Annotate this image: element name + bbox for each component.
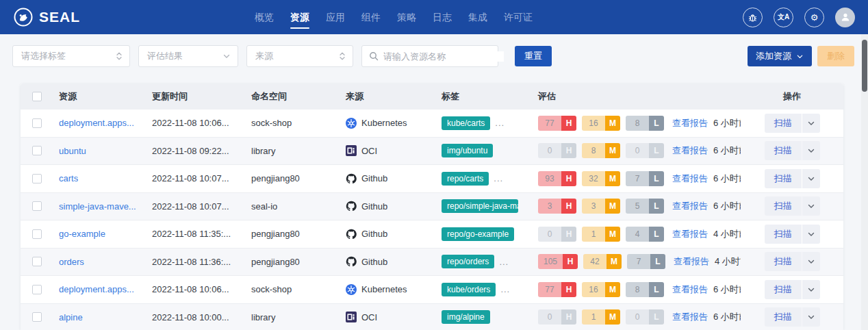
- report-age: 6 小时前: [713, 117, 741, 129]
- scan-dropdown-button[interactable]: [802, 307, 820, 327]
- nav-item-2[interactable]: 应用: [326, 0, 345, 34]
- low-severity-chip: 8L: [626, 116, 664, 131]
- scan-dropdown-button[interactable]: [802, 225, 820, 244]
- view-report-link[interactable]: 查看报告: [672, 228, 708, 240]
- reset-button[interactable]: 重置: [515, 46, 552, 66]
- medium-letter: M: [605, 143, 620, 158]
- github-icon: [346, 173, 357, 184]
- resource-link[interactable]: deployment.apps...: [59, 284, 134, 294]
- scan-dropdown-button[interactable]: [802, 196, 820, 216]
- scan-dropdown-button[interactable]: [802, 252, 820, 271]
- source-label: Github: [361, 173, 387, 183]
- low-count: 4: [626, 227, 649, 242]
- view-report-link[interactable]: 查看报告: [672, 117, 708, 129]
- row-checkbox[interactable]: [32, 174, 42, 183]
- chevron-down-icon: [222, 52, 231, 60]
- column-header-actions: 操作: [741, 90, 843, 103]
- bug-report-icon[interactable]: [743, 8, 763, 27]
- nav-item-0[interactable]: 概览: [255, 0, 274, 34]
- resource-link[interactable]: carts: [59, 173, 78, 183]
- evaluation-cell: 3H3M5L查看报告 6 小时前: [533, 199, 741, 214]
- low-letter: L: [649, 282, 664, 297]
- chevron-down-icon: [807, 147, 815, 155]
- tags-cell: repo/orders ...: [436, 255, 533, 268]
- nav-item-5[interactable]: 日志: [433, 0, 452, 34]
- view-report-link[interactable]: 查看报告: [672, 144, 708, 157]
- source-cell: Kubernetes: [340, 284, 436, 295]
- row-checkbox[interactable]: [32, 312, 42, 322]
- vertical-scrollbar-thumb[interactable]: [862, 40, 867, 92]
- evaluation-cell: 0H1M0L查看报告 6 小时前: [533, 309, 741, 325]
- scan-button[interactable]: 扫描: [765, 196, 802, 216]
- source-cell: OCI: [340, 145, 436, 156]
- scan-button[interactable]: 扫描: [765, 307, 802, 327]
- resource-link[interactable]: orders: [59, 257, 84, 267]
- nav-item-7[interactable]: 许可证: [504, 0, 533, 34]
- view-report-link[interactable]: 查看报告: [672, 200, 708, 212]
- row-checkbox[interactable]: [32, 146, 42, 155]
- view-report-link[interactable]: 查看报告: [672, 173, 708, 185]
- resource-link[interactable]: simple-java-mave...: [59, 201, 136, 212]
- high-letter: H: [561, 309, 576, 325]
- actions-cell: 扫描: [741, 196, 843, 216]
- language-icon[interactable]: 文A: [774, 8, 793, 27]
- view-report-link[interactable]: 查看报告: [672, 283, 708, 296]
- github-icon: [346, 256, 357, 267]
- table-row: alpine 2022-11-08 10:00... library OCI i…: [21, 304, 843, 330]
- row-checkbox[interactable]: [32, 285, 42, 294]
- scan-button[interactable]: 扫描: [765, 114, 802, 133]
- scan-button[interactable]: 扫描: [765, 141, 802, 160]
- high-severity-chip: 77H: [538, 116, 576, 131]
- updated-time: 2022-11-08 09:22...: [146, 146, 246, 156]
- search-input[interactable]: [383, 51, 504, 62]
- row-checkbox[interactable]: [32, 229, 42, 239]
- scan-dropdown-button[interactable]: [802, 169, 820, 188]
- updown-caret-icon: [116, 51, 123, 61]
- scan-dropdown-button[interactable]: [802, 280, 820, 299]
- high-count: 0: [538, 309, 561, 325]
- scan-dropdown-button[interactable]: [802, 114, 820, 133]
- nav-item-6[interactable]: 集成: [468, 0, 487, 34]
- nav-item-4[interactable]: 策略: [397, 0, 416, 34]
- brand[interactable]: SEAL: [14, 8, 80, 27]
- source-cell: OCI: [340, 312, 436, 322]
- low-letter: L: [649, 143, 664, 158]
- resource-link[interactable]: ubuntu: [59, 146, 86, 156]
- scan-button[interactable]: 扫描: [765, 252, 802, 271]
- low-severity-chip: 4L: [626, 227, 664, 242]
- nav-item-3[interactable]: 组件: [361, 0, 381, 34]
- view-report-link[interactable]: 查看报告: [672, 311, 708, 323]
- medium-count: 16: [582, 116, 605, 131]
- row-checkbox[interactable]: [32, 118, 42, 128]
- user-avatar[interactable]: [835, 8, 855, 27]
- resource-link[interactable]: alpine: [59, 312, 83, 322]
- high-severity-chip: 77H: [538, 282, 576, 297]
- scan-button[interactable]: 扫描: [765, 225, 802, 244]
- resource-search-box: [361, 45, 498, 67]
- updated-time: 2022-11-08 11:36:...: [146, 257, 246, 267]
- settings-gear-icon[interactable]: ⚙: [804, 8, 824, 27]
- view-report-link[interactable]: 查看报告: [674, 255, 709, 268]
- select-all-checkbox[interactable]: [32, 92, 42, 101]
- add-resource-button[interactable]: 添加资源: [748, 46, 812, 66]
- tag-filter-select[interactable]: 请选择标签: [12, 45, 130, 67]
- scan-dropdown-button[interactable]: [802, 141, 820, 160]
- actions-cell: 扫描: [741, 114, 843, 133]
- vertical-scrollbar-track[interactable]: [861, 34, 868, 330]
- nav-item-1[interactable]: 资源: [290, 0, 309, 34]
- source-filter-select[interactable]: 来源: [246, 45, 353, 67]
- source-cell: Github: [340, 229, 436, 240]
- chevron-down-icon: [807, 285, 815, 294]
- actions-cell: 扫描: [741, 307, 843, 327]
- delete-button[interactable]: 删除: [817, 46, 854, 66]
- row-checkbox[interactable]: [32, 201, 42, 211]
- resource-link[interactable]: deployment.apps...: [59, 118, 134, 128]
- resource-link[interactable]: go-example: [59, 229, 105, 239]
- scan-button[interactable]: 扫描: [765, 280, 802, 299]
- eval-filter-select[interactable]: 评估结果: [138, 45, 238, 67]
- scan-button[interactable]: 扫描: [765, 169, 802, 188]
- tag-badge: kube/carts: [442, 116, 490, 130]
- source-filter-placeholder: 来源: [255, 50, 273, 62]
- github-icon: [346, 229, 357, 240]
- row-checkbox[interactable]: [32, 257, 42, 266]
